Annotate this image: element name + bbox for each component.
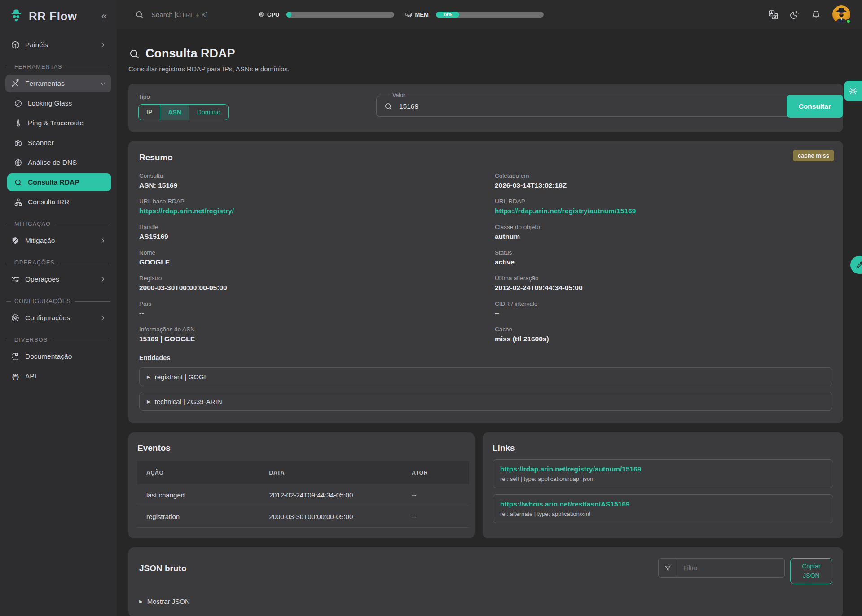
user-avatar[interactable] bbox=[832, 5, 850, 23]
sidebar-item-label: Scanner bbox=[28, 139, 106, 147]
summary-field: Última alteração 2012-02-24T09:44:34-05:… bbox=[495, 275, 832, 292]
translate-icon[interactable] bbox=[768, 9, 778, 19]
table-row: last changed 2012-02-24T09:44:34-05:00 -… bbox=[137, 484, 469, 506]
table-row: registration 2000-03-30T00:00:00-05:00 -… bbox=[137, 506, 469, 528]
eventos-title: Eventos bbox=[137, 443, 469, 453]
mem-percent-badge: 19% bbox=[436, 12, 459, 18]
search-icon bbox=[384, 102, 393, 111]
global-search[interactable] bbox=[135, 10, 247, 19]
link-url[interactable]: https://whois.arin.net/rest/asn/AS15169 bbox=[500, 500, 826, 508]
tipo-option-asn[interactable]: ASN bbox=[160, 105, 189, 120]
sidebar-item-dns[interactable]: Análise de DNS bbox=[7, 154, 111, 172]
search-icon bbox=[13, 178, 22, 187]
eventos-table: AÇÃO DATA ATOR last changed 2012-02-24T0… bbox=[137, 461, 469, 528]
globe-icon bbox=[13, 158, 22, 167]
cell-data: 2012-02-24T09:44:34-05:00 bbox=[260, 484, 403, 506]
copy-json-button[interactable]: Copiar JSON bbox=[790, 558, 832, 584]
entity-label: registrant | GOGL bbox=[155, 373, 208, 381]
sidebar-nav: Painéis FERRAMENTAS Ferramentas bbox=[5, 35, 111, 386]
shield-slash-icon bbox=[11, 236, 20, 245]
sidebar-section-mitigacao: MITIGAÇÃO bbox=[6, 221, 110, 227]
field-label: Status bbox=[495, 249, 832, 256]
app-root: RR Flow « Painéis FERRAMENTAS Ferramenta… bbox=[0, 0, 862, 616]
sidebar-item-consulta-rdap[interactable]: Consulta RDAP bbox=[7, 173, 111, 191]
content: Consulta RDAP Consultar registros RDAP p… bbox=[117, 29, 862, 616]
field-label: URL RDAP bbox=[495, 198, 832, 205]
chevron-right-icon bbox=[100, 276, 106, 282]
sidebar-item-label: Documentação bbox=[25, 352, 106, 361]
sidebar-item-ping-traceroute[interactable]: Ping & Traceroute bbox=[7, 114, 111, 132]
tipo-block: Tipo IP ASN Domínio bbox=[138, 93, 376, 120]
field-label: CIDR / intervalo bbox=[495, 300, 832, 307]
sidebar-section-diversos: DIVERSOS bbox=[6, 337, 110, 343]
eventos-card: Eventos AÇÃO DATA ATOR bbox=[128, 432, 475, 538]
floating-settings-button[interactable] bbox=[844, 81, 862, 101]
sidebar-item-scanner[interactable]: Scanner bbox=[7, 134, 111, 152]
gear-icon bbox=[849, 87, 858, 96]
page-title-search-icon bbox=[128, 48, 140, 60]
consultar-button[interactable]: Consultar bbox=[787, 95, 843, 118]
link-item[interactable]: https://whois.arin.net/rest/asn/AS15169 … bbox=[493, 494, 833, 523]
main-area: CPU MEM 19% bbox=[117, 0, 862, 616]
tipo-option-dominio[interactable]: Domínio bbox=[189, 105, 228, 120]
field-value: ASN: 15169 bbox=[139, 181, 477, 189]
sidebar-item-consulta-irr[interactable]: Consulta IRR bbox=[7, 193, 111, 211]
chevron-right-icon bbox=[100, 42, 106, 48]
sidebar-item-label: Consulta IRR bbox=[28, 198, 106, 206]
dark-mode-moon-icon[interactable] bbox=[789, 9, 799, 19]
field-label: Coletado em bbox=[495, 172, 832, 179]
tools-icon bbox=[11, 79, 20, 88]
valor-group: Valor Consultar bbox=[376, 95, 843, 118]
sidebar-item-api[interactable]: {*} API bbox=[5, 367, 111, 385]
field-label: País bbox=[139, 300, 477, 307]
spy-logo-icon bbox=[8, 8, 24, 24]
search-input[interactable] bbox=[150, 10, 236, 19]
field-value: active bbox=[495, 258, 832, 266]
slash-circle-icon bbox=[13, 99, 22, 108]
resumo-column-right: Coletado em 2026-03-14T13:02:18Z URL RDA… bbox=[495, 172, 832, 352]
chevron-down-icon bbox=[100, 80, 106, 87]
brand-name: RR Flow bbox=[29, 9, 97, 23]
sidebar-section-ferramentas: FERRAMENTAS bbox=[6, 64, 110, 70]
field-label: Classe do objeto bbox=[495, 224, 832, 230]
valor-input[interactable] bbox=[398, 102, 780, 111]
sidebar-item-label: Looking Glass bbox=[28, 99, 106, 107]
brand-logo[interactable]: RR Flow « bbox=[5, 6, 111, 29]
topbar-actions bbox=[768, 5, 850, 23]
notifications-bell-icon[interactable] bbox=[811, 9, 821, 19]
column-header: ATOR bbox=[403, 461, 469, 484]
funnel-icon bbox=[659, 559, 677, 577]
sidebar-item-label: Mitigação bbox=[25, 237, 94, 245]
summary-field: Nome GOOGLE bbox=[139, 249, 477, 266]
json-filter-input[interactable] bbox=[677, 559, 784, 577]
sidebar-item-paineis[interactable]: Painéis bbox=[5, 36, 111, 54]
field-value-link[interactable]: https://rdap.arin.net/registry/ bbox=[139, 207, 477, 215]
tipo-option-ip[interactable]: IP bbox=[139, 105, 160, 120]
summary-field: Cache miss (ttl 21600s) bbox=[495, 326, 832, 343]
sidebar-item-configuracoes[interactable]: Configurações bbox=[5, 309, 111, 327]
sidebar-item-looking-glass[interactable]: Looking Glass bbox=[7, 94, 111, 112]
column-header: AÇÃO bbox=[137, 461, 260, 484]
show-json-toggle[interactable]: ▶ Mostrar JSON bbox=[139, 598, 832, 605]
page-subtitle: Consultar registros RDAP para IPs, ASNs … bbox=[128, 65, 843, 73]
field-value-link[interactable]: https://rdap.arin.net/registry/autnum/15… bbox=[495, 207, 832, 215]
expand-icon: ▶ bbox=[147, 399, 150, 404]
field-label: Cache bbox=[495, 326, 832, 333]
link-item[interactable]: https://rdap.arin.net/registry/autnum/15… bbox=[493, 459, 833, 488]
link-url[interactable]: https://rdap.arin.net/registry/autnum/15… bbox=[500, 465, 826, 473]
valor-field[interactable]: Valor bbox=[376, 96, 787, 117]
sidebar-item-operacoes[interactable]: Operações bbox=[5, 270, 111, 288]
sidebar-item-documentacao[interactable]: Documentação bbox=[5, 348, 111, 365]
sidebar-item-mitigacao[interactable]: Mitigação bbox=[5, 232, 111, 250]
entity-row-registrant[interactable]: ▶ registrant | GOGL bbox=[139, 367, 832, 386]
field-value: miss (ttl 21600s) bbox=[495, 335, 832, 343]
links-card: Links https://rdap.arin.net/registry/aut… bbox=[483, 432, 843, 538]
json-filter-box bbox=[658, 558, 785, 578]
links-title: Links bbox=[493, 443, 833, 453]
sidebar-collapse-icon[interactable]: « bbox=[101, 11, 109, 21]
traceroute-icon bbox=[13, 119, 22, 128]
cpu-label: CPU bbox=[258, 11, 279, 18]
entity-row-technical[interactable]: ▶ technical | ZG39-ARIN bbox=[139, 392, 832, 411]
cache-status-badge: cache miss bbox=[793, 150, 834, 161]
sidebar-item-ferramentas[interactable]: Ferramentas bbox=[5, 75, 111, 92]
